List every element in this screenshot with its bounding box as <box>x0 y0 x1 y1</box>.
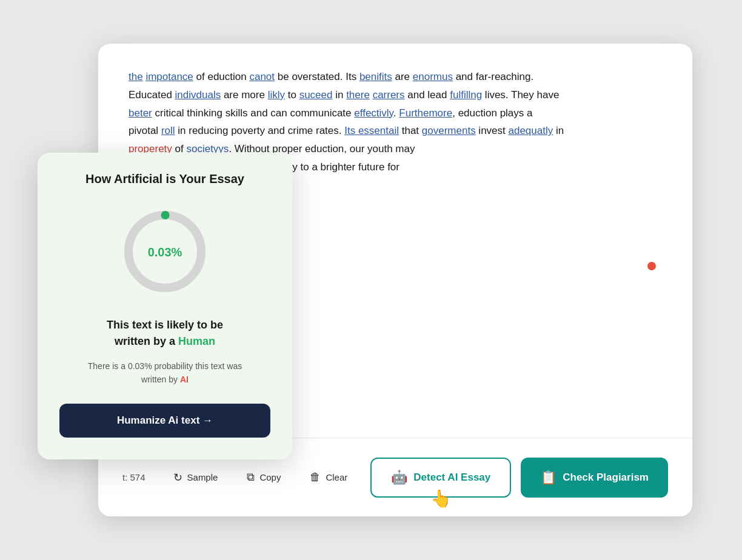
spell-roll: roll <box>161 125 175 136</box>
spell-its-essentail: Its essentail <box>344 125 399 136</box>
detect-icon: 🤖 <box>391 470 407 485</box>
spell-effectivly: effectivly <box>354 107 393 119</box>
word-count: t: 574 <box>122 472 145 482</box>
ai-result-human-word: Human <box>178 335 215 347</box>
cursor-hand: 👆 <box>430 488 452 508</box>
spell-fulfillng: fulfillng <box>450 89 482 101</box>
copy-icon: ⧉ <box>247 471 255 484</box>
donut-chart-container: 0.03% <box>59 203 270 300</box>
essay-span-3: beter critical thinking skills and can c… <box>129 107 533 119</box>
plagiarism-label: Check Plagiarism <box>563 472 649 484</box>
spell-likly: likly <box>268 89 285 101</box>
sample-label: Sample <box>187 472 218 482</box>
spell-indivduals: indivduals <box>175 89 221 101</box>
spell-adequatly: adequatly <box>509 125 553 136</box>
sample-icon: ↻ <box>173 471 182 484</box>
clear-label: Clear <box>326 472 347 482</box>
spell-there: there <box>346 89 370 101</box>
spell-benifits: benifits <box>359 71 392 82</box>
essay-span-2: Educated indivduals are more likly to su… <box>129 89 559 101</box>
scene: the impotance of eduction canot be overs… <box>38 32 704 528</box>
spell-suceed: suceed <box>299 89 333 101</box>
humanize-button[interactable]: Humanize Ai text → <box>59 404 270 438</box>
spell-enormus: enormus <box>413 71 453 82</box>
ai-prob-prefix: There is a 0.03% probability this text w… <box>88 361 242 384</box>
sample-button[interactable]: ↻ Sample <box>166 466 226 489</box>
red-dot-indicator <box>647 262 656 270</box>
action-buttons: 🤖 Detect AI Essay 👆 📋 Check Plagiarism <box>370 458 668 498</box>
spell-goverments: goverments <box>422 125 476 136</box>
donut-chart: 0.03% <box>116 203 213 300</box>
ai-prob-ai-word: AI <box>180 375 189 384</box>
spell-the: the <box>129 71 143 82</box>
clear-icon: 🗑 <box>310 471 321 484</box>
donut-percent-text: 0.03% <box>148 245 182 259</box>
detect-ai-button[interactable]: 🤖 Detect AI Essay 👆 <box>370 458 511 498</box>
essay-span-1: the impotance of eduction canot be overs… <box>129 71 533 82</box>
detect-label: Detect AI Essay <box>413 472 490 484</box>
ai-result-card: How Artificial is Your Essay 0.03% This … <box>38 153 292 459</box>
ai-result-probability: There is a 0.03% probability this text w… <box>59 359 270 387</box>
humanize-label: Humanize Ai text → <box>117 415 213 426</box>
essay-span-4: pivotal roll in reducing poverty and cri… <box>129 125 564 136</box>
copy-label: Copy <box>259 472 281 482</box>
spell-canot: canot <box>249 71 275 82</box>
spell-beter: beter <box>129 107 152 119</box>
ai-result-title: How Artificial is Your Essay <box>59 172 270 186</box>
check-plagiarism-button[interactable]: 📋 Check Plagiarism <box>521 458 668 498</box>
ai-result-description: This text is likely to bewritten by a Hu… <box>59 317 270 350</box>
copy-button[interactable]: ⧉ Copy <box>239 466 288 488</box>
clear-button[interactable]: 🗑 Clear <box>302 466 355 488</box>
spell-impotance: impotance <box>145 71 193 82</box>
spell-carrers: carrers <box>373 89 405 101</box>
plagiarism-icon: 📋 <box>540 470 556 485</box>
spell-furthemore: Furthemore <box>399 107 452 119</box>
